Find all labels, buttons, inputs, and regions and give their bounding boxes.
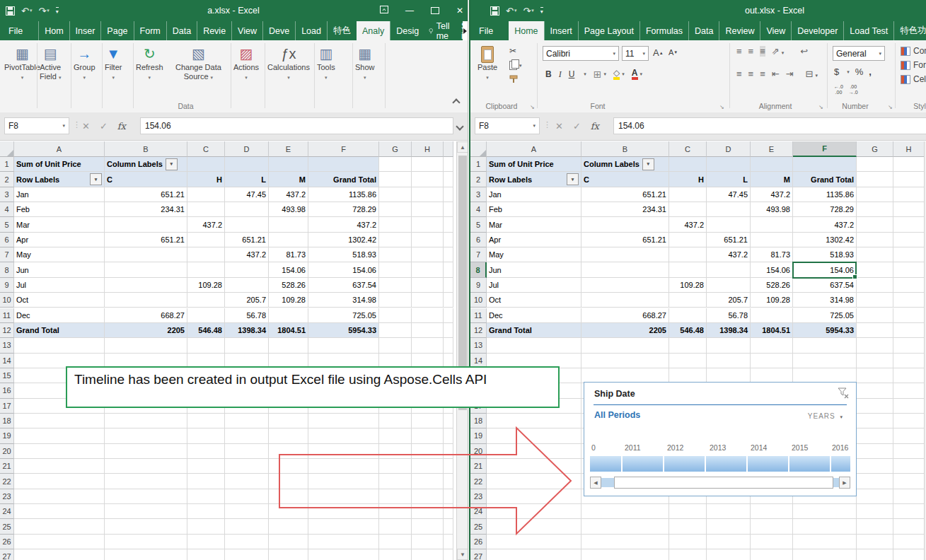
cell-H5[interactable] [893, 217, 925, 232]
tab-特色[interactable]: 特色 [327, 21, 357, 40]
cell-A11[interactable]: Dec [14, 308, 105, 323]
format-as-table-button[interactable]: Format as T [901, 60, 926, 70]
cell-E12[interactable]: 1804.51 [269, 323, 308, 338]
row-header-13[interactable]: 13 [470, 338, 487, 353]
cell-C21[interactable] [187, 459, 225, 474]
cell-B4[interactable]: 234.31 [581, 202, 669, 217]
cell-F10[interactable]: 314.98 [793, 293, 857, 308]
tell-me-search[interactable]: Tell me [429, 21, 453, 41]
cell-G6[interactable] [857, 233, 893, 247]
cell-B25[interactable] [105, 519, 187, 534]
cell-H9[interactable] [893, 278, 925, 293]
cell-D4[interactable] [707, 202, 751, 217]
cell-D3[interactable]: 47.45 [225, 187, 269, 202]
cell-B2[interactable]: C [105, 172, 187, 187]
timeline-scroll-thumb[interactable] [614, 477, 833, 489]
cell-D25[interactable] [225, 519, 269, 534]
cell-D10[interactable]: 205.7 [225, 293, 269, 308]
cell-C10[interactable] [669, 293, 707, 308]
column-header-D[interactable]: D [225, 141, 269, 157]
cell-H2[interactable] [893, 172, 925, 187]
cell-H21[interactable] [893, 459, 925, 474]
row-header-24[interactable]: 24 [0, 504, 14, 519]
cell-D18[interactable] [225, 414, 269, 428]
cell-C6[interactable] [669, 233, 707, 247]
cell-B12[interactable]: 2205 [581, 323, 669, 338]
cell-B27[interactable] [105, 549, 187, 560]
cell-F14[interactable] [793, 354, 857, 368]
cell-C4[interactable] [669, 202, 707, 217]
cell-A23[interactable] [14, 489, 105, 504]
cell-E4[interactable]: 493.98 [751, 202, 793, 217]
row-header-2[interactable]: 2 [0, 172, 14, 187]
cell-H13[interactable] [412, 338, 444, 353]
cell-E9[interactable]: 528.26 [751, 278, 793, 293]
tab-review[interactable]: Review [719, 21, 760, 40]
cell-E12[interactable]: 1804.51 [751, 323, 793, 338]
cell-partial-2[interactable] [444, 172, 453, 187]
cell-E4[interactable]: 493.98 [269, 202, 308, 217]
cell-G27[interactable] [379, 549, 412, 560]
decrease-decimal-icon[interactable]: .00→.0 [849, 84, 858, 95]
cell-B24[interactable] [105, 504, 187, 519]
cell-B24[interactable] [581, 504, 669, 519]
align-left-icon[interactable]: ≡ [736, 69, 742, 79]
cell-A12[interactable]: Grand Total [14, 323, 105, 338]
cell-C9[interactable]: 109.28 [669, 278, 707, 293]
cell-E10[interactable]: 109.28 [751, 293, 793, 308]
underline-button[interactable]: U [569, 69, 575, 79]
cell-B22[interactable] [105, 474, 187, 489]
increase-font-size-icon[interactable]: A▲ [653, 47, 664, 58]
row-header-10[interactable]: 10 [0, 293, 14, 308]
format-painter-icon[interactable] [509, 75, 522, 83]
cell-D11[interactable]: 56.78 [707, 308, 751, 323]
tab-view[interactable]: View [231, 21, 262, 40]
cell-B18[interactable] [105, 414, 187, 428]
save-icon[interactable] [490, 6, 499, 16]
row-header-19[interactable]: 19 [0, 428, 14, 443]
cell-C10[interactable] [187, 293, 225, 308]
cell-F4[interactable]: 728.29 [308, 202, 379, 217]
cell-A19[interactable] [14, 428, 105, 443]
cell-E6[interactable] [269, 233, 308, 247]
column-header-A[interactable]: A [487, 141, 581, 157]
cell-partial-3[interactable] [444, 187, 453, 202]
cell-C18[interactable] [187, 414, 225, 428]
cell-C7[interactable] [669, 247, 707, 262]
cell-styles-button[interactable]: Cell Styles▾ [901, 74, 926, 84]
cell-E25[interactable] [751, 519, 793, 534]
more-tabs-icon[interactable] [463, 28, 467, 34]
cell-partial-13[interactable] [444, 338, 453, 353]
cell-H26[interactable] [893, 535, 925, 549]
refresh-button[interactable]: ↻Refresh▾ [136, 45, 163, 82]
tab-developer[interactable]: Developer [791, 21, 843, 40]
column-header-E[interactable]: E [751, 141, 793, 157]
cell-B11[interactable]: 668.27 [105, 308, 187, 323]
cell-E14[interactable] [751, 354, 793, 368]
maximize-icon[interactable] [431, 7, 439, 14]
cell-A9[interactable]: Jul [487, 278, 581, 293]
cell-G8[interactable] [857, 262, 893, 277]
row-header-8[interactable]: 8 [470, 262, 487, 277]
row-header-2[interactable]: 2 [470, 172, 487, 187]
cell-B7[interactable] [581, 247, 669, 262]
cell-D1[interactable] [707, 157, 751, 172]
cell-G24[interactable] [857, 504, 893, 519]
cell-A13[interactable] [487, 338, 581, 353]
cell-H3[interactable] [412, 187, 444, 202]
cell-H17[interactable] [893, 399, 925, 414]
cell-A5[interactable]: Mar [14, 217, 105, 232]
cell-D7[interactable]: 437.2 [707, 247, 751, 262]
cell-F24[interactable] [793, 504, 857, 519]
row-header-16[interactable]: 16 [0, 383, 14, 398]
cell-E11[interactable] [269, 308, 308, 323]
formula-input[interactable]: 154.06 [140, 117, 453, 134]
merge-center-icon[interactable]: ⊟▾ [806, 69, 818, 79]
cell-A1[interactable]: Sum of Unit Price [14, 157, 105, 172]
column-header-F[interactable]: F [308, 141, 379, 157]
cell-D12[interactable]: 1398.34 [225, 323, 269, 338]
cell-B8[interactable] [105, 262, 187, 277]
cell-B13[interactable] [581, 338, 669, 353]
cell-H7[interactable] [893, 247, 925, 262]
cell-E7[interactable]: 81.73 [269, 247, 308, 262]
